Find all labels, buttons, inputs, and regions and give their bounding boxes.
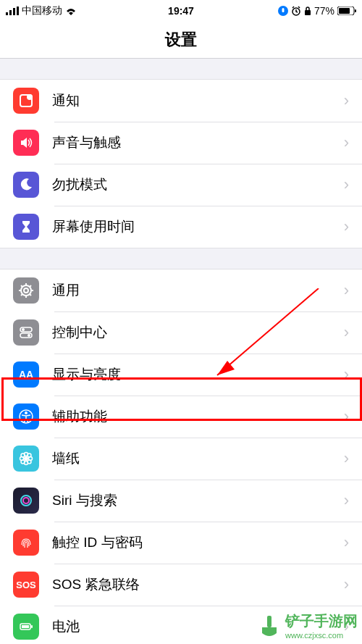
svg-point-37 <box>28 453 31 457</box>
row-label: 显示与亮度 <box>52 365 344 384</box>
row-label: 通用 <box>52 281 344 300</box>
row-accessibility[interactable]: 辅助功能 › <box>0 396 362 438</box>
flower-icon <box>13 446 39 472</box>
row-label: 屏幕使用时间 <box>52 217 344 236</box>
row-label: 墙纸 <box>52 449 344 468</box>
svg-line-22 <box>30 285 31 287</box>
notification-icon <box>13 88 39 114</box>
settings-screen: 中国移动 19:47 77% 设置 <box>0 0 362 644</box>
svg-line-20 <box>30 294 31 296</box>
chevron-right-icon: › <box>344 407 349 426</box>
battery-icon <box>13 614 39 640</box>
row-label: 控制中心 <box>52 323 344 342</box>
moon-icon <box>13 172 39 198</box>
settings-group-1: 通知 › 声音与触感 › 勿扰模式 › 屏幕使用时间 › <box>0 79 362 248</box>
chevron-right-icon: › <box>344 575 349 594</box>
row-general[interactable]: 通用 › <box>0 269 362 311</box>
switch-icon <box>13 319 39 346</box>
row-controlcenter[interactable]: 控制中心 › <box>0 311 362 354</box>
svg-point-35 <box>28 460 31 464</box>
speaker-icon <box>13 130 39 156</box>
chevron-right-icon: › <box>344 133 349 152</box>
svg-line-19 <box>21 285 22 287</box>
row-dnd[interactable]: 勿扰模式 › <box>0 164 362 206</box>
row-sos[interactable]: SOS SOS 紧急联络 › <box>0 564 362 606</box>
chevron-right-icon: › <box>344 281 349 300</box>
row-touchid[interactable]: 触控 ID 与密码 › <box>0 522 362 564</box>
chevron-right-icon: › <box>344 175 349 194</box>
nav-bar: 设置 <box>0 22 362 59</box>
siri-icon <box>13 488 39 514</box>
svg-rect-42 <box>22 625 29 628</box>
chevron-right-icon: › <box>344 217 349 236</box>
gear-icon <box>13 277 39 304</box>
sos-icon: SOS <box>13 572 39 598</box>
svg-rect-41 <box>31 625 33 628</box>
svg-point-26 <box>28 334 30 337</box>
watermark-url: www.czjxsc.com <box>285 631 358 640</box>
row-siri[interactable]: Siri 与搜索 › <box>0 480 362 522</box>
svg-point-12 <box>27 94 33 100</box>
chevron-right-icon: › <box>344 449 349 468</box>
chevron-right-icon: › <box>344 91 349 110</box>
row-label: 勿扰模式 <box>52 175 344 194</box>
row-label: 辅助功能 <box>52 407 344 426</box>
row-display[interactable]: AA 显示与亮度 › <box>0 354 362 396</box>
row-sounds[interactable]: 声音与触感 › <box>0 122 362 164</box>
row-label: Siri 与搜索 <box>52 491 344 510</box>
svg-point-24 <box>22 328 25 331</box>
chevron-right-icon: › <box>344 365 349 384</box>
row-wallpaper[interactable]: 墙纸 › <box>0 438 362 480</box>
svg-point-34 <box>21 453 25 457</box>
svg-rect-45 <box>267 616 272 627</box>
row-notifications[interactable]: 通知 › <box>0 80 362 122</box>
watermark-brand: 铲子手游网 <box>285 611 358 631</box>
row-label: SOS 紧急联络 <box>52 575 344 594</box>
settings-group-2: 通用 › 控制中心 › AA 显示与亮度 › 辅助功能 › 墙纸 <box>0 269 362 644</box>
shovel-icon <box>256 613 282 639</box>
svg-point-13 <box>21 285 31 296</box>
fingerprint-icon <box>13 530 39 556</box>
chevron-right-icon: › <box>344 491 349 510</box>
svg-point-29 <box>24 456 28 461</box>
clock-label: 19:47 <box>0 5 362 17</box>
row-label: 通知 <box>52 91 344 110</box>
svg-line-21 <box>21 294 22 296</box>
svg-point-14 <box>24 288 28 293</box>
aa-icon: AA <box>13 361 39 388</box>
hourglass-icon <box>13 214 39 240</box>
status-bar: 中国移动 19:47 77% <box>0 0 362 22</box>
chevron-right-icon: › <box>344 533 349 552</box>
row-screentime[interactable]: 屏幕使用时间 › <box>0 206 362 248</box>
row-label: 声音与触感 <box>52 133 344 152</box>
svg-point-39 <box>23 498 29 503</box>
chevron-right-icon: › <box>344 323 349 342</box>
watermark: 铲子手游网 www.czjxsc.com <box>256 611 358 640</box>
page-title: 设置 <box>165 29 197 51</box>
svg-point-36 <box>21 460 25 464</box>
accessibility-icon <box>13 403 39 430</box>
svg-point-28 <box>25 411 28 414</box>
row-label: 触控 ID 与密码 <box>52 533 344 552</box>
